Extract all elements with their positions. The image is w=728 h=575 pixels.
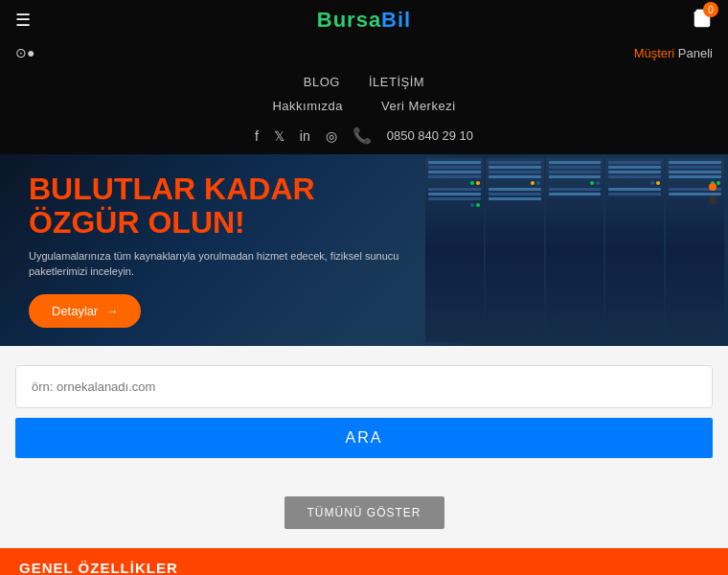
nav-veri-merkezi[interactable]: Veri Merkezi <box>381 99 456 113</box>
hero-title: BULUTLAR KADAR ÖZGÜR OLUN! <box>29 172 412 240</box>
hero-subtitle: Uygulamalarınıza tüm kaynaklarıyla yorul… <box>29 249 412 279</box>
nav-hakkimizda[interactable]: Hakkımızda <box>272 99 343 113</box>
phone-number: 0850 840 29 10 <box>387 128 473 143</box>
linkedin-icon[interactable]: in <box>300 128 310 144</box>
second-bar: ⊙● Müşteri Paneli <box>0 40 728 69</box>
logo-bil: Bil <box>381 8 411 32</box>
phone-icon: 📞 <box>353 126 372 145</box>
hero-details-button[interactable]: Detaylar → <box>29 294 141 328</box>
dot-gray <box>709 196 717 204</box>
dot-orange <box>709 183 717 191</box>
cart-badge: 0 <box>703 2 718 17</box>
social-bar: f 𝕏 in ◎ 📞 0850 840 29 10 <box>0 121 728 154</box>
instagram-icon[interactable]: ◎ <box>326 128 337 144</box>
search-input[interactable] <box>15 365 713 408</box>
nav-bar2: Hakkımızda Veri Merkezi <box>0 95 728 121</box>
facebook-icon[interactable]: f <box>255 128 259 144</box>
search-button[interactable]: ARA <box>15 418 713 458</box>
hamburger-menu[interactable]: ☰ <box>15 10 31 31</box>
search-section: ARA <box>0 346 728 477</box>
show-all-button[interactable]: TÜMÜNÜ GÖSTER <box>284 496 444 529</box>
hero-bg <box>421 154 728 346</box>
hero-section: BULUTLAR KADAR ÖZGÜR OLUN! Uygulamaların… <box>0 154 728 346</box>
hero-content: BULUTLAR KADAR ÖZGÜR OLUN! Uygulamaların… <box>29 172 412 328</box>
nav-iletisim[interactable]: İLETİŞİM <box>369 75 424 89</box>
show-all-section: TÜMÜNÜ GÖSTER <box>0 477 728 548</box>
cart-button[interactable]: 0 <box>692 8 713 33</box>
twitter-icon[interactable]: 𝕏 <box>274 128 284 144</box>
features-bar: GENEL ÖZELLİKLER <box>0 548 728 575</box>
top-bar: ☰ BursaBil 0 <box>0 0 728 40</box>
logo: BursaBil <box>317 8 411 33</box>
nav-bar: BLOG İLETİŞİM <box>0 69 728 95</box>
logo-bursa: Bursa <box>317 8 381 32</box>
arrow-icon: → <box>105 304 118 318</box>
right-dots <box>709 183 717 204</box>
features-title: GENEL ÖZELLİKLER <box>19 560 178 575</box>
search-icon-small: ⊙● <box>15 45 34 60</box>
nav-blog[interactable]: BLOG <box>304 75 340 89</box>
musteri-paneli-link[interactable]: Müşteri Paneli <box>634 44 713 61</box>
